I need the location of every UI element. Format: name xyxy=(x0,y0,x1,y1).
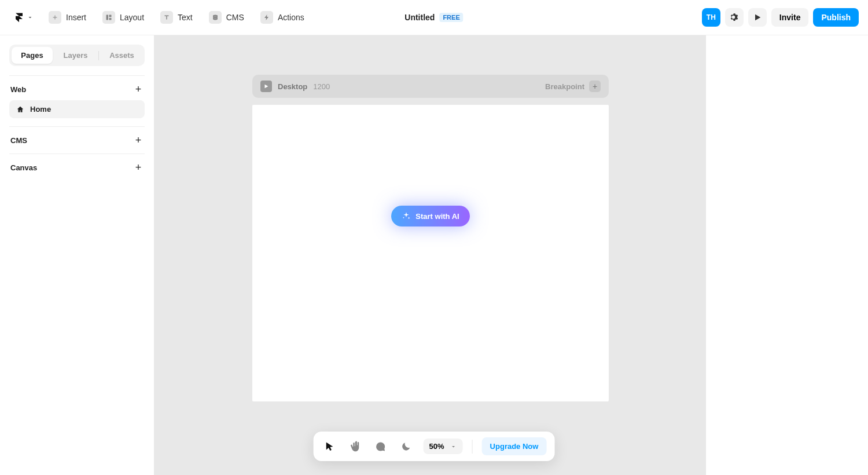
add-web-page-button[interactable]: + xyxy=(133,84,144,94)
chevron-down-icon xyxy=(450,443,457,450)
section-web-title: Web xyxy=(10,85,26,94)
ai-button-label: Start with AI xyxy=(415,212,459,221)
section-canvas-title: Canvas xyxy=(10,163,37,172)
bottom-divider xyxy=(472,440,473,454)
preview-button[interactable] xyxy=(748,8,767,27)
moon-icon xyxy=(400,441,412,452)
frame-header-left: Desktop 1200 xyxy=(260,81,330,92)
settings-button[interactable] xyxy=(725,8,744,27)
frame-wrapper: Desktop 1200 Breakpoint + Start with AI xyxy=(252,75,609,475)
pointer-tool-button[interactable] xyxy=(322,439,338,455)
cursor-icon xyxy=(324,441,336,452)
comment-tool-button[interactable] xyxy=(373,439,389,455)
actions-button[interactable]: Actions xyxy=(255,8,310,27)
insert-label: Insert xyxy=(66,13,86,22)
zoom-value: 50% xyxy=(429,442,444,451)
svg-rect-0 xyxy=(106,15,109,20)
actions-label: Actions xyxy=(278,13,304,22)
svg-rect-1 xyxy=(109,15,112,17)
comment-icon xyxy=(375,441,387,452)
text-button[interactable]: Text xyxy=(155,8,198,27)
tab-assets[interactable]: Assets xyxy=(101,47,142,64)
tab-divider xyxy=(98,51,99,60)
user-avatar[interactable]: TH xyxy=(702,8,720,27)
topbar: Insert Layout Text CMS Actions Untitled … xyxy=(0,0,868,35)
section-canvas-header: Canvas + xyxy=(9,162,145,173)
section-canvas: Canvas + xyxy=(9,154,145,181)
svg-rect-2 xyxy=(109,18,112,20)
design-frame[interactable]: Start with AI xyxy=(252,105,609,401)
section-cms-title: CMS xyxy=(10,136,27,145)
zoom-control[interactable]: 50% xyxy=(424,439,463,454)
add-cms-button[interactable]: + xyxy=(133,135,144,145)
sparkle-icon xyxy=(402,211,411,221)
section-cms-header: CMS + xyxy=(9,135,145,145)
cms-label: CMS xyxy=(226,13,244,22)
section-web: Web + Home xyxy=(9,75,145,126)
layout-icon xyxy=(102,11,115,24)
project-title-group: Untitled FREE xyxy=(404,13,463,22)
home-icon xyxy=(16,105,24,114)
text-label: Text xyxy=(178,13,193,22)
logo-menu-button[interactable] xyxy=(9,9,38,26)
topbar-right: TH Invite Publish xyxy=(702,8,859,27)
layout-label: Layout xyxy=(120,13,144,22)
bolt-icon xyxy=(260,11,273,24)
chevron-down-icon xyxy=(27,14,34,21)
add-breakpoint-button[interactable]: + xyxy=(589,81,601,92)
gear-icon xyxy=(729,12,740,23)
frame-play-icon xyxy=(260,81,272,92)
cms-button[interactable]: CMS xyxy=(203,8,250,27)
sidebar-tabs: Pages Layers Assets xyxy=(9,45,145,66)
main: Pages Layers Assets Web + Home CMS + Can… xyxy=(0,35,868,475)
project-title[interactable]: Untitled xyxy=(404,13,435,22)
text-icon xyxy=(160,11,173,24)
tab-layers[interactable]: Layers xyxy=(55,47,96,64)
layout-button[interactable]: Layout xyxy=(97,8,150,27)
breakpoint-label: Breakpoint xyxy=(545,82,584,91)
cms-icon xyxy=(209,11,222,24)
hand-tool-button[interactable] xyxy=(347,439,363,455)
publish-button[interactable]: Publish xyxy=(813,8,859,27)
tab-pages[interactable]: Pages xyxy=(12,47,53,64)
frame-header[interactable]: Desktop 1200 Breakpoint + xyxy=(252,75,609,98)
page-item-home[interactable]: Home xyxy=(9,100,145,118)
canvas[interactable]: Desktop 1200 Breakpoint + Start with AI xyxy=(154,35,706,475)
section-web-header: Web + xyxy=(9,84,145,94)
svg-point-3 xyxy=(213,15,218,17)
topbar-left: Insert Layout Text CMS Actions xyxy=(9,8,310,27)
theme-toggle-button[interactable] xyxy=(398,439,414,455)
properties-panel xyxy=(706,35,868,475)
frame-width: 1200 xyxy=(313,82,330,91)
frame-device-label: Desktop xyxy=(278,82,307,91)
sidebar: Pages Layers Assets Web + Home CMS + Can… xyxy=(0,35,154,475)
hand-icon xyxy=(350,441,361,452)
insert-button[interactable]: Insert xyxy=(43,8,92,27)
play-icon xyxy=(753,13,762,22)
start-with-ai-button[interactable]: Start with AI xyxy=(391,206,469,226)
plus-icon xyxy=(49,11,61,24)
framer-logo-icon xyxy=(14,12,24,23)
frame-header-right: Breakpoint + xyxy=(545,81,601,92)
plan-badge[interactable]: FREE xyxy=(439,13,463,22)
page-item-home-label: Home xyxy=(30,105,51,114)
add-canvas-button[interactable]: + xyxy=(133,162,144,173)
invite-button[interactable]: Invite xyxy=(771,8,809,27)
section-cms: CMS + xyxy=(9,126,145,154)
upgrade-button[interactable]: Upgrade Now xyxy=(482,437,547,455)
bottom-toolbar: 50% Upgrade Now xyxy=(314,432,555,461)
